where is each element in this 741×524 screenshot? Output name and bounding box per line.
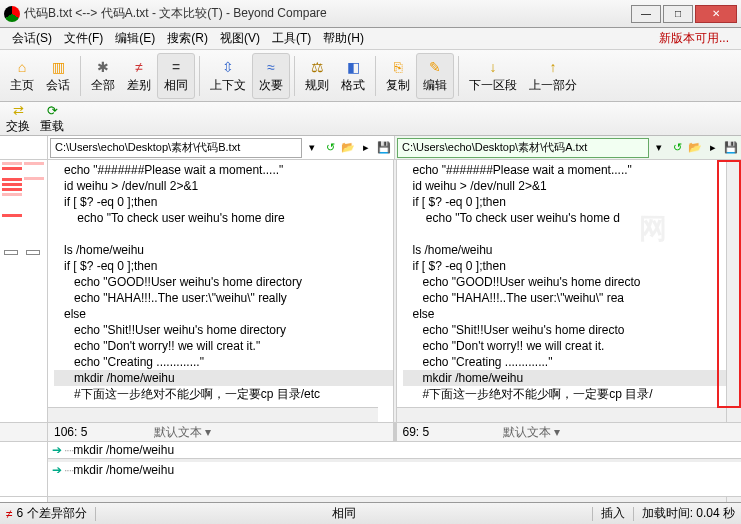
menu-bar: 会话(S) 文件(F) 编辑(E) 搜索(R) 视图(V) 工具(T) 帮助(H… [0, 28, 741, 50]
swap-button[interactable]: ⇄交换 [6, 103, 30, 135]
left-path-input[interactable] [50, 138, 302, 158]
right-arrow-icon: ➔ [52, 442, 62, 458]
edit-button[interactable]: ✎编辑 [416, 53, 454, 99]
context-icon: ⇳ [222, 57, 234, 77]
rules-label: 规则 [305, 77, 329, 94]
minor-button[interactable]: ≈次要 [252, 53, 290, 99]
session-button[interactable]: ▥会话 [40, 53, 76, 99]
dropdown-icon[interactable]: ▾ [304, 140, 320, 156]
home-button[interactable]: ⌂主页 [4, 53, 40, 99]
status-same: 相同 [104, 505, 584, 522]
menu-search[interactable]: 搜索(R) [161, 28, 214, 49]
window-title: 代码B.txt <--> 代码A.txt - 文本比较(T) - Beyond … [24, 5, 629, 22]
next-section-button[interactable]: ↓下一区段 [463, 53, 523, 99]
history-icon[interactable]: ↺ [669, 140, 685, 156]
diff-lines[interactable]: ➔····mkdir /home/weihu ➔····mkdir /home/… [48, 442, 741, 496]
left-path-box: ▾ ↺ 📂 ▸ 💾 [48, 136, 394, 159]
separator [199, 56, 200, 96]
rules-button[interactable]: ⚖规则 [299, 53, 335, 99]
diff-button[interactable]: ≠差别 [121, 53, 157, 99]
save-icon[interactable]: 💾 [723, 140, 739, 156]
format-icon: ◧ [347, 57, 360, 77]
right-v-scrollbar[interactable] [726, 160, 741, 422]
notequal-icon: ≠ [6, 507, 13, 521]
menu-session[interactable]: 会话(S) [6, 28, 58, 49]
secondary-toolbar: ⇄交换 ⟳重载 [0, 102, 741, 136]
minimize-button[interactable]: — [631, 5, 661, 23]
diff-count: 6 个差异部分 [17, 505, 87, 522]
right-h-scrollbar[interactable] [397, 407, 727, 422]
diff-detail-area: ➔····mkdir /home/weihu ➔····mkdir /home/… [0, 442, 741, 496]
compare-area: echo "#######Please wait a moment....." … [0, 160, 741, 422]
left-code[interactable]: echo "#######Please wait a moment....." … [48, 160, 393, 402]
right-encoding-dropdown[interactable]: 默认文本 ▾ [503, 424, 560, 441]
whitespace-dots: ···· [64, 462, 73, 478]
down-arrow-icon: ↓ [490, 57, 497, 77]
open-folder-icon[interactable]: 📂 [687, 140, 703, 156]
menu-edit[interactable]: 编辑(E) [109, 28, 161, 49]
thumb-viewport-left [4, 250, 18, 255]
title-bar: 代码B.txt <--> 代码A.txt - 文本比较(T) - Beyond … [0, 0, 741, 28]
maximize-button[interactable]: □ [663, 5, 693, 23]
format-button[interactable]: ◧格式 [335, 53, 371, 99]
edit-label: 编辑 [423, 77, 447, 94]
prev-section-button[interactable]: ↑上一部分 [523, 53, 583, 99]
diff-line-top: ➔····mkdir /home/weihu [48, 442, 741, 458]
up-arrow-icon: ↑ [550, 57, 557, 77]
next-label: 下一区段 [469, 77, 517, 94]
dropdown-icon[interactable]: ▾ [651, 140, 667, 156]
separator [375, 56, 376, 96]
copy-button[interactable]: ⎘复制 [380, 53, 416, 99]
notequal-icon: ≠ [135, 57, 143, 77]
save-icon[interactable]: 💾 [376, 140, 392, 156]
minor-label: 次要 [259, 77, 283, 94]
separator [80, 56, 81, 96]
copy-icon: ⎘ [394, 57, 402, 77]
menu-help[interactable]: 帮助(H) [317, 28, 370, 49]
separator [294, 56, 295, 96]
reload-button[interactable]: ⟳重载 [40, 103, 64, 135]
menu-tools[interactable]: 工具(T) [266, 28, 317, 49]
thumb-right [24, 162, 44, 182]
left-pane[interactable]: echo "#######Please wait a moment....." … [48, 160, 393, 422]
close-button[interactable]: ✕ [695, 5, 737, 23]
position-bar: 106: 5 默认文本 ▾ 69: 5 默认文本 ▾ [0, 422, 741, 442]
home-label: 主页 [10, 77, 34, 94]
session-icon: ▥ [52, 57, 65, 77]
right-cursor-pos: 69: 5 [403, 425, 503, 439]
same-button[interactable]: =相同 [157, 53, 195, 99]
menu-view[interactable]: 视图(V) [214, 28, 266, 49]
all-button[interactable]: ✱全部 [85, 53, 121, 99]
separator [458, 56, 459, 96]
context-button[interactable]: ⇳上下文 [204, 53, 252, 99]
left-h-scrollbar[interactable] [48, 407, 378, 422]
diff-line-bottom: ➔····mkdir /home/weihu [48, 462, 741, 478]
thumb-left [2, 162, 22, 219]
thumbnail-gutter-header [0, 136, 48, 159]
context-label: 上下文 [210, 77, 246, 94]
asterisk-icon: ✱ [97, 57, 109, 77]
explorer-icon[interactable]: ▸ [358, 140, 374, 156]
diff-label: 差别 [127, 77, 151, 94]
open-folder-icon[interactable]: 📂 [340, 140, 356, 156]
swap-icon: ⇄ [6, 103, 30, 118]
pencil-icon: ✎ [429, 57, 441, 77]
explorer-icon[interactable]: ▸ [705, 140, 721, 156]
copy-label: 复制 [386, 77, 410, 94]
left-encoding-dropdown[interactable]: 默认文本 ▾ [154, 424, 211, 441]
history-icon[interactable]: ↺ [322, 140, 338, 156]
new-version-link[interactable]: 新版本可用... [659, 30, 729, 47]
prev-label: 上一部分 [529, 77, 577, 94]
right-pane[interactable]: echo "#######Please wait a moment....." … [397, 160, 742, 422]
right-path-input[interactable] [397, 138, 649, 158]
menu-file[interactable]: 文件(F) [58, 28, 109, 49]
reload-icon: ⟳ [40, 103, 64, 118]
equal-icon: = [172, 57, 180, 77]
whitespace-dots: ···· [64, 442, 73, 458]
status-bar: ≠ 6 个差异部分 相同 插入 加载时间: 0.04 秒 [0, 502, 741, 524]
thumbnail-overview[interactable] [0, 160, 48, 422]
right-code[interactable]: echo "#######Please wait a moment....." … [397, 160, 742, 402]
diff-gutter [0, 442, 48, 496]
session-label: 会话 [46, 77, 70, 94]
info-gutter [0, 423, 48, 441]
